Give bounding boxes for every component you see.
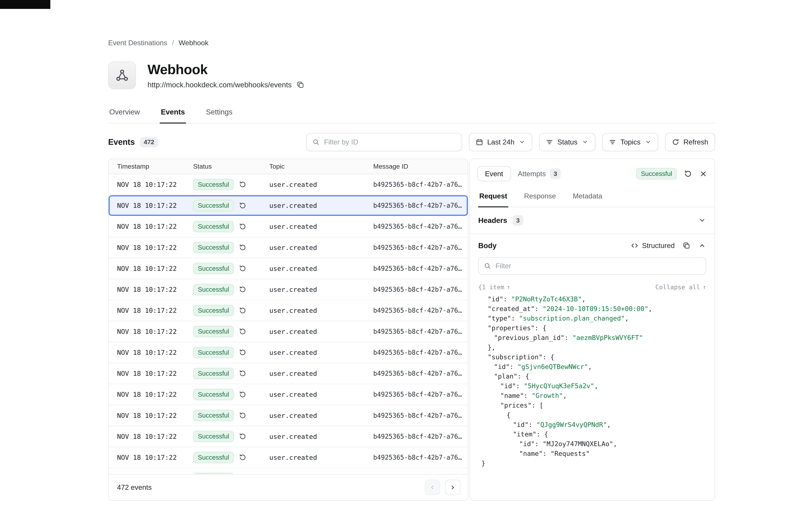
next-page-button[interactable] bbox=[445, 480, 460, 495]
table-row[interactable]: NOV 18 10:17:22 Successful user.created … bbox=[109, 216, 468, 237]
table-row[interactable]: NOV 18 10:17:22 Successful user.created … bbox=[109, 363, 468, 384]
table-row[interactable]: NOV 18 10:17:22 Successful user.created … bbox=[109, 279, 468, 300]
time-range-button[interactable]: Last 24h bbox=[469, 133, 532, 151]
json-line: "id": "gSjvn6eQTBewNWcr", bbox=[478, 362, 706, 372]
json-line: "plan": { bbox=[478, 372, 706, 381]
row-status-badge: Successful bbox=[193, 242, 233, 253]
retry-event-icon[interactable] bbox=[239, 328, 246, 335]
body-filter[interactable] bbox=[478, 257, 706, 274]
row-topic: user.created bbox=[269, 265, 373, 272]
json-line: "id": "QJgg9WrS4vyQPNdR", bbox=[478, 420, 706, 430]
tab-events[interactable]: Events bbox=[160, 103, 186, 124]
json-tree-header: {1 item↑ Collapse all↑ bbox=[478, 284, 706, 291]
subtab-metadata[interactable]: Metadata bbox=[572, 187, 603, 207]
retry-event-icon[interactable] bbox=[239, 454, 246, 461]
table-row[interactable]: NOV 18 10:17:22 Successful user.created … bbox=[109, 238, 468, 258]
prev-page-button[interactable] bbox=[425, 480, 440, 495]
row-status-badge: Successful bbox=[193, 305, 233, 316]
detail-tab-event[interactable]: Event bbox=[477, 166, 511, 182]
body-chevron-up-icon[interactable] bbox=[698, 242, 706, 250]
row-timestamp: NOV 18 10:17:22 bbox=[117, 180, 193, 188]
retry-event-icon[interactable] bbox=[239, 265, 246, 272]
topics-filter-button[interactable]: Topics bbox=[602, 133, 658, 151]
headers-chevron-down-icon[interactable] bbox=[698, 216, 706, 224]
retry-event-icon[interactable] bbox=[239, 349, 246, 356]
breadcrumb-event-destinations[interactable]: Event Destinations bbox=[108, 39, 167, 47]
webhook-url: http://mock.hookdeck.com/webhooks/events bbox=[148, 80, 292, 89]
search-input[interactable] bbox=[324, 138, 456, 146]
headers-label: Headers bbox=[478, 216, 507, 225]
row-timestamp: NOV 18 10:17:22 bbox=[117, 433, 193, 440]
events-total: 472 events bbox=[117, 483, 152, 491]
detail-tab-attempts[interactable]: Attempts 3 bbox=[512, 166, 567, 182]
webhook-icon bbox=[115, 69, 129, 82]
headers-section-toggle[interactable]: Headers 3 bbox=[470, 207, 715, 234]
table-row[interactable]: NOV 18 10:17:22 Successful user.created … bbox=[109, 468, 468, 474]
tab-overview[interactable]: Overview bbox=[108, 103, 141, 123]
table-row[interactable]: NOV 18 10:17:22 Successful user.created … bbox=[109, 258, 468, 279]
retry-event-icon[interactable] bbox=[239, 181, 246, 188]
retry-event-icon[interactable] bbox=[684, 170, 692, 178]
events-table-panel: Timestamp Status Topic Message ID NOV 18… bbox=[108, 158, 468, 501]
row-message-id: b4925365-b8cf-42b7-a76… bbox=[373, 307, 468, 314]
headers-count-badge: 3 bbox=[512, 215, 523, 226]
table-row[interactable]: NOV 18 10:17:22 Successful user.created … bbox=[109, 426, 468, 447]
table-row[interactable]: NOV 18 10:17:22 Successful user.created … bbox=[109, 405, 468, 426]
row-status-badge: Successful bbox=[193, 284, 233, 295]
retry-event-icon[interactable] bbox=[239, 244, 246, 251]
events-heading-group: Events 472 bbox=[108, 137, 158, 147]
retry-event-icon[interactable] bbox=[239, 433, 246, 440]
calendar-icon bbox=[476, 138, 483, 146]
tab-settings[interactable]: Settings bbox=[205, 103, 233, 123]
copy-url-icon[interactable] bbox=[297, 81, 304, 89]
table-row[interactable]: NOV 18 10:17:22 Successful user.created … bbox=[109, 384, 468, 405]
table-row[interactable]: NOV 18 10:17:22 Successful user.created … bbox=[109, 447, 468, 468]
row-message-id: b4925365-b8cf-42b7-a76… bbox=[373, 370, 468, 377]
json-line: "prices": [ bbox=[478, 401, 706, 410]
row-topic: user.created bbox=[269, 349, 373, 356]
filter-icon bbox=[609, 138, 616, 146]
close-panel-icon[interactable] bbox=[699, 170, 707, 178]
row-status-cell: Successful bbox=[193, 221, 269, 232]
retry-event-icon[interactable] bbox=[239, 391, 246, 398]
row-message-id: b4925365-b8cf-42b7-a76… bbox=[373, 286, 468, 293]
retry-event-icon[interactable] bbox=[239, 412, 246, 419]
retry-event-icon[interactable] bbox=[239, 286, 246, 293]
copy-body-icon[interactable] bbox=[682, 242, 691, 250]
retry-event-icon[interactable] bbox=[239, 202, 246, 209]
collapse-all-button[interactable]: Collapse all↑ bbox=[655, 284, 706, 291]
table-row[interactable]: NOV 18 10:17:22 Successful user.created … bbox=[109, 195, 468, 216]
subtab-response[interactable]: Response bbox=[523, 187, 557, 207]
subtab-request[interactable]: Request bbox=[478, 187, 508, 207]
row-topic: user.created bbox=[269, 202, 373, 209]
status-filter-button[interactable]: Status bbox=[539, 133, 596, 151]
json-line: "id": "MJ2oy747MNQXELAo", bbox=[478, 439, 706, 449]
structured-view-toggle[interactable]: Structured bbox=[631, 242, 675, 250]
filter-by-id-search[interactable] bbox=[306, 133, 462, 151]
body-filter-input[interactable] bbox=[495, 262, 700, 270]
row-timestamp: NOV 18 10:17:22 bbox=[117, 223, 193, 230]
retry-event-icon[interactable] bbox=[239, 370, 246, 377]
item-count-toggle[interactable]: {1 item↑ bbox=[478, 284, 510, 291]
webhook-events-page: Event Destinations / Webhook Webhook htt… bbox=[0, 0, 794, 501]
row-message-id: b4925365-b8cf-42b7-a76… bbox=[373, 181, 468, 188]
topics-filter-label: Topics bbox=[620, 138, 641, 146]
time-range-label: Last 24h bbox=[487, 138, 514, 146]
table-row[interactable]: NOV 18 10:17:22 Successful user.created … bbox=[109, 174, 468, 195]
json-line: } bbox=[478, 458, 706, 468]
table-row[interactable]: NOV 18 10:17:22 Successful user.created … bbox=[109, 342, 468, 363]
table-row[interactable]: NOV 18 10:17:22 Successful user.created … bbox=[109, 300, 468, 321]
retry-event-icon[interactable] bbox=[239, 223, 246, 230]
retry-event-icon[interactable] bbox=[239, 307, 246, 314]
refresh-button[interactable]: Refresh bbox=[665, 133, 715, 151]
row-message-id: b4925365-b8cf-42b7-a76… bbox=[373, 454, 468, 461]
chevron-right-icon bbox=[449, 484, 456, 491]
row-status-cell: Successful bbox=[193, 410, 269, 421]
url-row: http://mock.hookdeck.com/webhooks/events bbox=[148, 80, 304, 89]
events-count-badge: 472 bbox=[140, 137, 158, 147]
breadcrumb-webhook[interactable]: Webhook bbox=[178, 39, 208, 47]
body-tools: Structured bbox=[631, 242, 706, 250]
table-row[interactable]: NOV 18 10:17:22 Successful user.created … bbox=[109, 321, 468, 342]
main-area: Timestamp Status Topic Message ID NOV 18… bbox=[108, 158, 715, 501]
row-timestamp: NOV 18 10:17:22 bbox=[117, 202, 193, 209]
